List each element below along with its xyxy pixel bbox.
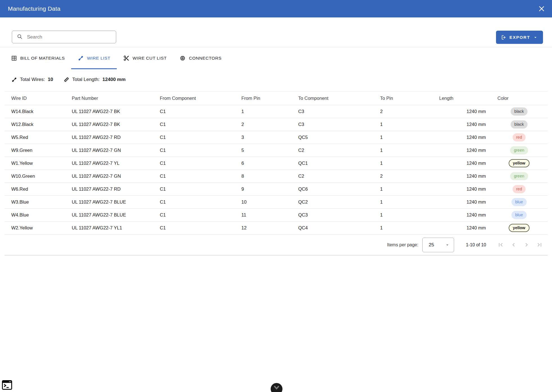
- toolbar: EXPORT: [0, 17, 552, 47]
- total-length-value: 12400 mm: [102, 77, 125, 82]
- table-grid-icon: [11, 55, 17, 61]
- cell-to-component: QC1: [291, 157, 373, 170]
- cell-to-pin: 2: [373, 105, 432, 118]
- cell-color: blue: [491, 209, 547, 222]
- cell-from-component: C1: [153, 183, 235, 196]
- search-box[interactable]: [12, 31, 116, 43]
- cell-color: red: [491, 183, 547, 196]
- next-page-icon[interactable]: [520, 238, 533, 251]
- cell-part-number: UL 11027 AWG22-7 BLUE: [65, 209, 153, 222]
- color-chip: yellow: [509, 224, 529, 232]
- table-row[interactable]: W14.Black UL 11027 AWG22-7 BK C1 1 C3 2 …: [5, 105, 547, 118]
- tab-bill-of-materials[interactable]: BILL OF MATERIALS: [5, 47, 71, 69]
- ruler-icon: [63, 76, 69, 83]
- col-header-color: Color: [491, 92, 547, 105]
- cell-length: 1240 mm: [432, 118, 491, 131]
- color-chip: black: [511, 120, 528, 129]
- table-row[interactable]: W2.Yellow UL 11027 AWG22-7 YL1 C1 12 QC4…: [5, 222, 547, 235]
- cell-part-number: UL 11027 AWG22-7 BK: [65, 118, 153, 131]
- cell-color: black: [491, 118, 547, 131]
- first-page-icon[interactable]: [494, 238, 507, 251]
- page-range-label: 1-10 of 10: [466, 242, 486, 247]
- cell-from-pin: 11: [235, 209, 291, 222]
- cell-wire-id: W5.Red: [5, 131, 65, 144]
- cell-from-pin: 6: [235, 157, 291, 170]
- cell-length: 1240 mm: [432, 105, 491, 118]
- cell-to-component: C2: [291, 144, 373, 157]
- cell-to-pin: 1: [373, 222, 432, 235]
- color-chip: red: [513, 133, 526, 141]
- cell-part-number: UL 11027 AWG22-7 YL1: [65, 222, 153, 235]
- chevron-down-icon: [445, 242, 450, 247]
- col-header-part-number: Part Number: [65, 92, 153, 105]
- scissors-icon: [123, 55, 129, 61]
- cell-from-component: C1: [153, 131, 235, 144]
- cell-color: blue: [491, 196, 547, 209]
- cell-part-number: UL 11027 AWG22-7 RD: [65, 183, 153, 196]
- col-header-from-pin: From Pin: [235, 92, 291, 105]
- cell-wire-id: W3.Blue: [5, 196, 65, 209]
- cell-from-component: C1: [153, 222, 235, 235]
- search-icon: [17, 33, 23, 41]
- export-button-label: EXPORT: [510, 35, 530, 40]
- cell-from-pin: 3: [235, 131, 291, 144]
- last-page-icon[interactable]: [533, 238, 546, 251]
- cell-wire-id: W9.Green: [5, 144, 65, 157]
- search-input[interactable]: [26, 34, 113, 40]
- cell-to-pin: 1: [373, 196, 432, 209]
- cell-color: green: [491, 144, 547, 157]
- table-row[interactable]: W5.Red UL 11027 AWG22-7 RD C1 3 QC5 1 12…: [5, 131, 547, 144]
- col-header-to-pin: To Pin: [373, 92, 432, 105]
- table-row[interactable]: W9.Green UL 11027 AWG22-7 GN C1 5 C2 1 1…: [5, 144, 547, 157]
- page-size-select[interactable]: 25: [422, 238, 454, 252]
- table-row[interactable]: W1.Yellow UL 11027 AWG22-7 YL C1 6 QC1 1…: [5, 157, 547, 170]
- cell-from-pin: 2: [235, 118, 291, 131]
- chevron-down-icon: [273, 386, 280, 390]
- export-icon: [501, 35, 507, 40]
- cell-to-component: C3: [291, 118, 373, 131]
- wire-table-body: W14.Black UL 11027 AWG22-7 BK C1 1 C3 2 …: [5, 105, 547, 235]
- cell-length: 1240 mm: [432, 144, 491, 157]
- pager-controls: [494, 238, 546, 251]
- cell-color: black: [491, 105, 547, 118]
- cell-wire-id: W1.Yellow: [5, 157, 65, 170]
- export-button[interactable]: EXPORT: [496, 31, 543, 44]
- table-row[interactable]: W12.Black UL 11027 AWG22-7 BK C1 2 C3 1 …: [5, 118, 547, 131]
- cell-to-pin: 1: [373, 157, 432, 170]
- tab-label: WIRE LIST: [87, 56, 110, 61]
- chip-icon: [179, 55, 186, 61]
- cell-from-component: C1: [153, 209, 235, 222]
- cell-length: 1240 mm: [432, 170, 491, 183]
- close-icon[interactable]: [537, 4, 546, 13]
- cell-part-number: UL 11027 AWG22-7 RD: [65, 131, 153, 144]
- cell-from-pin: 10: [235, 196, 291, 209]
- tab-connectors[interactable]: CONNECTORS: [173, 47, 228, 69]
- cell-length: 1240 mm: [432, 183, 491, 196]
- wire-table: Wire ID Part Number From Component From …: [5, 91, 547, 235]
- cell-from-pin: 1: [235, 105, 291, 118]
- cell-from-pin: 12: [235, 222, 291, 235]
- cell-to-pin: 1: [373, 131, 432, 144]
- table-row[interactable]: W6.Red UL 11027 AWG22-7 RD C1 9 QC6 1 12…: [5, 183, 547, 196]
- page-size-value: 25: [429, 242, 434, 248]
- tab-wire-cut-list[interactable]: WIRE CUT LIST: [117, 47, 173, 69]
- cell-from-component: C1: [153, 196, 235, 209]
- table-row[interactable]: W10.Green UL 11027 AWG22-7 GN C1 8 C2 2 …: [5, 170, 547, 183]
- cell-from-component: C1: [153, 170, 235, 183]
- total-length-stat: Total Length: 12400 mm: [63, 76, 126, 83]
- table-row[interactable]: W4.Blue UL 11027 AWG22-7 BLUE C1 11 QC3 …: [5, 209, 547, 222]
- table-header-row: Wire ID Part Number From Component From …: [5, 92, 547, 105]
- wire-stats: Total Wires: 10 Total Length: 12400 mm: [11, 75, 552, 84]
- cell-part-number: UL 11027 AWG22-7 GN: [65, 144, 153, 157]
- tab-wire-list[interactable]: WIRE LIST: [71, 47, 117, 69]
- cell-wire-id: W4.Blue: [5, 209, 65, 222]
- terminal-icon[interactable]: [2, 380, 12, 390]
- previous-page-icon[interactable]: [507, 238, 520, 251]
- cell-from-pin: 5: [235, 144, 291, 157]
- cell-from-pin: 8: [235, 170, 291, 183]
- cell-wire-id: W14.Black: [5, 105, 65, 118]
- cell-to-pin: 1: [373, 118, 432, 131]
- dock-expand-bubble[interactable]: [271, 383, 282, 392]
- table-row[interactable]: W3.Blue UL 11027 AWG22-7 BLUE C1 10 QC2 …: [5, 196, 547, 209]
- col-header-length: Length: [432, 92, 491, 105]
